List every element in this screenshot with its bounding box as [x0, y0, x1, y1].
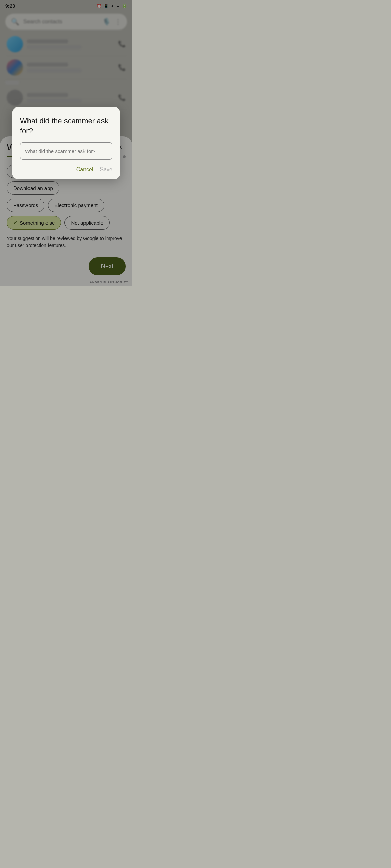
dialog-save-button[interactable]: Save [100, 166, 112, 173]
dialog-title: What did the scammer ask for? [20, 116, 112, 136]
dialog-actions: Cancel Save [20, 166, 112, 173]
dialog: What did the scammer ask for? Cancel Sav… [12, 107, 120, 179]
dialog-cancel-button[interactable]: Cancel [76, 166, 93, 173]
dialog-input[interactable] [20, 142, 112, 160]
dialog-overlay: What did the scammer ask for? Cancel Sav… [0, 0, 132, 286]
